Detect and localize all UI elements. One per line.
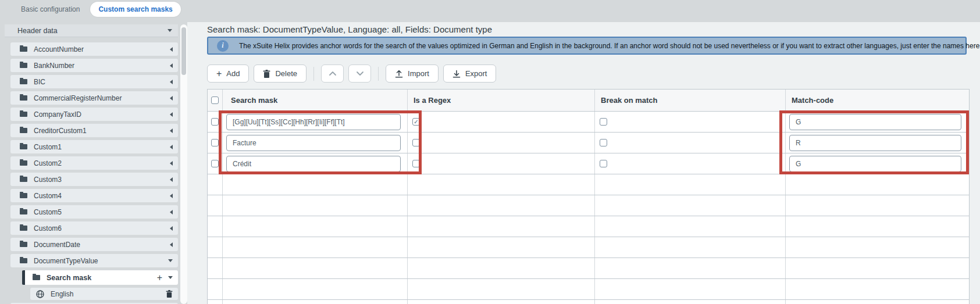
select-all-checkbox[interactable] [211, 96, 219, 104]
sidebar-item-bic[interactable]: BIC [10, 75, 178, 88]
is-a-regex-checkbox[interactable] [412, 160, 420, 167]
row-select-checkbox[interactable] [211, 118, 219, 126]
break-on-match-checkbox[interactable] [600, 139, 607, 146]
sidebar-item-commercialregisternumber[interactable]: CommercialRegisterNumber [10, 91, 178, 105]
row-select-checkbox[interactable] [211, 139, 219, 146]
break-on-match-checkbox[interactable] [600, 118, 607, 126]
folder-icon [20, 128, 27, 133]
sidebar-item-custom4[interactable]: Custom4 [10, 189, 178, 202]
sidebar-item-custom1[interactable]: Custom1 [10, 140, 178, 153]
folder-icon [33, 275, 40, 280]
folder-icon [20, 177, 27, 182]
is-a-regex-checkbox[interactable] [412, 118, 420, 126]
chevron-down-icon [168, 276, 173, 279]
chevron-left-icon [170, 47, 173, 52]
sidebar-item-creditorcustom1[interactable]: CreditorCustom1 [10, 124, 178, 137]
chevron-left-icon [170, 242, 173, 247]
chevron-up-icon [329, 71, 337, 76]
sidebar-item-documenttypevalue[interactable]: DocumentTypeValue [10, 254, 178, 267]
is-a-regex-checkbox[interactable] [412, 139, 420, 146]
export-button[interactable]: Export [443, 65, 497, 83]
sidebar-item-custom2[interactable]: Custom2 [10, 156, 178, 170]
sidebar-scrollbar-thumb[interactable] [181, 27, 186, 75]
sidebar-item-search-mask[interactable]: Search mask+ [22, 270, 178, 285]
add-search-mask-icon[interactable]: + [157, 273, 162, 282]
table-row-empty [208, 237, 969, 258]
sidebar-item-documentdate[interactable]: DocumentDate [10, 238, 178, 251]
column-header-break-on-match: Break on match [595, 90, 786, 111]
search-mask-table: Search mask Is a Regex Break on match Ma… [207, 89, 970, 304]
download-icon [452, 70, 461, 78]
table-row-empty [208, 258, 969, 279]
tab-bar: Basic configuration Custom search masks [13, 1, 181, 17]
search-mask-input[interactable] [226, 135, 401, 151]
info-banner: i The xSuite Helix provides anchor words… [207, 37, 967, 55]
chevron-down-icon [168, 259, 173, 262]
chevron-left-icon [170, 161, 173, 166]
sidebar-item-custom6[interactable]: Custom6 [10, 221, 178, 235]
chevron-left-icon [170, 194, 173, 198]
table-body [208, 112, 969, 304]
move-down-button[interactable] [348, 65, 371, 83]
folder-icon [20, 63, 27, 68]
table-row-empty [208, 300, 969, 304]
folder-icon [20, 160, 27, 166]
column-header-search-mask: Search mask [223, 90, 408, 111]
folder-icon [20, 226, 27, 231]
table-row-empty [208, 279, 969, 300]
folder-icon [20, 79, 27, 84]
plus-icon: + [216, 69, 222, 78]
sidebar-item-companytaxid[interactable]: CompanyTaxID [10, 108, 178, 121]
page-title: Search mask: DocumentTypeValue, Language… [207, 24, 492, 34]
chevron-left-icon [170, 80, 173, 84]
import-button[interactable]: Import [386, 65, 439, 83]
match-code-input[interactable] [789, 135, 961, 151]
sidebar-header-data[interactable]: Header data [5, 24, 178, 37]
folder-icon [20, 47, 27, 52]
info-banner-text: The xSuite Helix provides anchor words f… [239, 42, 980, 50]
folder-icon [20, 144, 27, 149]
search-mask-input[interactable] [226, 156, 401, 172]
tab-basic-configuration[interactable]: Basic configuration [13, 2, 88, 17]
chevron-down-icon [356, 71, 364, 76]
table-header-row: Search mask Is a Regex Break on match Ma… [208, 90, 969, 112]
sidebar-scrollbar[interactable] [180, 24, 187, 304]
sidebar-items: AccountNumberBankNumberBICCommercialRegi… [5, 40, 178, 304]
sidebar-item-language-english[interactable]: English [30, 288, 178, 300]
chevron-left-icon [170, 63, 173, 68]
add-button[interactable]: + Add [207, 65, 249, 83]
folder-icon [20, 112, 27, 117]
sidebar-item-custom3[interactable]: Custom3 [10, 173, 178, 186]
chevron-left-icon [170, 96, 173, 101]
tab-custom-search-masks[interactable]: Custom search masks [90, 2, 180, 17]
info-icon: i [217, 40, 229, 52]
table-row [208, 153, 969, 174]
delete-language-icon[interactable] [166, 290, 173, 298]
folder-icon [20, 258, 27, 263]
move-up-button[interactable] [321, 65, 344, 83]
break-on-match-checkbox[interactable] [600, 160, 607, 167]
globe-icon [36, 290, 44, 298]
column-header-is-a-regex: Is a Regex [408, 90, 595, 111]
main-panel: Search mask: DocumentTypeValue, Language… [187, 22, 980, 304]
sidebar-item-accountnumber[interactable]: AccountNumber [10, 42, 178, 56]
sidebar-item-custom5[interactable]: Custom5 [10, 205, 178, 219]
trash-icon [263, 70, 270, 78]
folder-icon [20, 193, 27, 198]
chevron-left-icon [170, 112, 173, 117]
toolbar-separator [378, 67, 379, 81]
chevron-left-icon [170, 145, 173, 149]
match-code-input[interactable] [789, 156, 961, 172]
chevron-down-icon [168, 29, 172, 32]
delete-button[interactable]: Delete [254, 65, 307, 83]
table-row [208, 112, 969, 133]
row-select-checkbox[interactable] [211, 160, 219, 167]
chevron-left-icon [170, 128, 173, 133]
toolbar: + Add Delete [207, 65, 496, 83]
match-code-input[interactable] [789, 114, 961, 130]
column-header-match-code: Match-code [786, 90, 969, 111]
chevron-left-icon [170, 210, 173, 214]
search-mask-input[interactable] [226, 114, 401, 130]
table-row-empty [208, 216, 969, 237]
sidebar-item-banknumber[interactable]: BankNumber [10, 59, 178, 72]
